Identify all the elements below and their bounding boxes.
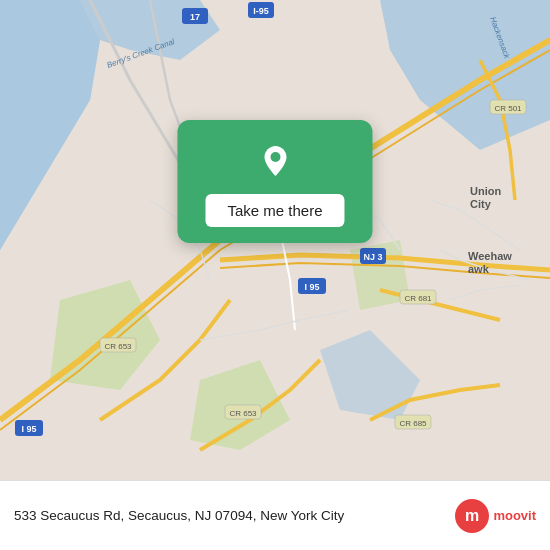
location-pin-icon (252, 138, 298, 184)
svg-text:I 95: I 95 (21, 424, 36, 434)
svg-text:m: m (465, 507, 479, 524)
svg-text:I-95: I-95 (253, 6, 269, 16)
svg-text:CR 653: CR 653 (104, 342, 132, 351)
svg-text:Union: Union (470, 185, 501, 197)
moovit-logo: m moovit (455, 499, 536, 533)
svg-text:Weehaw: Weehaw (468, 250, 512, 262)
svg-text:CR 653: CR 653 (229, 409, 257, 418)
svg-text:I 95: I 95 (304, 282, 319, 292)
svg-text:17: 17 (190, 12, 200, 22)
svg-point-36 (270, 152, 280, 162)
svg-text:CR 685: CR 685 (399, 419, 427, 428)
address-text: 533 Secaucus Rd, Secaucus, NJ 07094, New… (14, 507, 445, 525)
take-me-there-button[interactable]: Take me there (205, 194, 344, 227)
svg-text:NJ 3: NJ 3 (363, 252, 382, 262)
map-popup: Take me there (177, 120, 372, 243)
moovit-brand-icon: m (455, 499, 489, 533)
svg-text:CR 501: CR 501 (494, 104, 522, 113)
map-container: 17 I-95 I 95 I 95 NJ 3 CR 653 CR 653 CR … (0, 0, 550, 480)
moovit-brand-text: moovit (493, 508, 536, 523)
svg-text:CR 681: CR 681 (404, 294, 432, 303)
bottom-bar: 533 Secaucus Rd, Secaucus, NJ 07094, New… (0, 480, 550, 550)
svg-text:City: City (470, 198, 492, 210)
svg-text:awk: awk (468, 263, 490, 275)
